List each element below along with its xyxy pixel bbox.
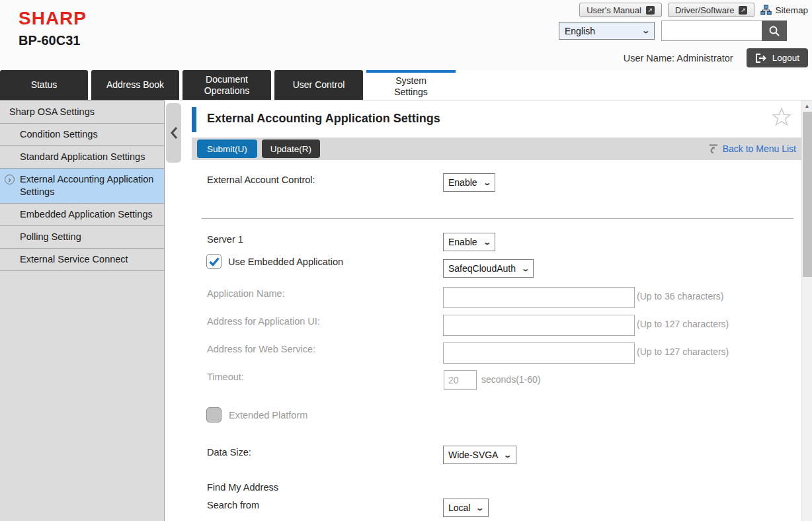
settings-sidebar: Sharp OSA Settings Condition Settings St… xyxy=(0,100,165,521)
sidebar-item-standard-application-settings[interactable]: Standard Application Settings xyxy=(0,146,164,169)
page-title: External Accounting Application Settings xyxy=(207,112,440,126)
section-divider xyxy=(202,218,793,219)
scrollbar-thumb[interactable] xyxy=(803,112,812,277)
sidebar-item-condition-settings[interactable]: Condition Settings xyxy=(0,124,164,146)
address-for-application-ui-label: Address for Application UI: xyxy=(207,316,320,327)
title-band: External Accounting Application Settings xyxy=(192,100,801,138)
update-button[interactable]: Update(R) xyxy=(262,140,320,158)
chevron-left-icon xyxy=(170,126,178,140)
device-model: BP-60C31 xyxy=(19,33,80,48)
select-value: SafeqCloudAuth xyxy=(448,263,516,274)
language-select[interactable]: English ⌄ xyxy=(559,22,655,40)
server1-select[interactable]: Enable ⌄ xyxy=(443,233,495,251)
page-header: SHARP BP-60C31 User's Manual ↗ Driver/So… xyxy=(0,0,812,70)
sidebar-collapse-button[interactable] xyxy=(166,103,181,163)
timeout-label: Timeout: xyxy=(207,372,244,382)
select-value: Wide-SVGA xyxy=(448,450,498,460)
main-tab-bar: Status Address Book Document Operations … xyxy=(0,70,812,100)
current-item-arrow-icon: › xyxy=(5,175,15,184)
submit-button[interactable]: Submit(U) xyxy=(197,140,257,158)
vertical-scrollbar[interactable]: ▲ xyxy=(801,100,812,521)
external-link-icon: ↗ xyxy=(646,6,655,15)
extended-platform-label: Extended Platform xyxy=(229,410,307,421)
data-size-select[interactable]: Wide-SVGA ⌄ xyxy=(443,446,516,464)
select-value: Local xyxy=(448,502,470,513)
tab-document-operations[interactable]: Document Operations xyxy=(183,70,271,100)
sidebar-item-polling-setting[interactable]: Polling Setting xyxy=(0,226,164,249)
sidebar-item-label: External Accounting Application Settings xyxy=(20,174,153,197)
address-for-web-service-hint: (Up to 127 characters) xyxy=(637,346,729,357)
chevron-down-icon: ⌄ xyxy=(476,504,485,512)
logout-label: Logout xyxy=(772,53,799,63)
external-account-control-select[interactable]: Enable ⌄ xyxy=(443,173,495,192)
checkmark-icon xyxy=(209,257,220,266)
application-name-input[interactable] xyxy=(443,287,635,308)
tab-status[interactable]: Status xyxy=(0,70,88,100)
chevron-down-icon: ⌄ xyxy=(483,238,491,247)
server1-label: Server 1 xyxy=(207,234,243,245)
sidebar-item-embedded-application-settings[interactable]: Embedded Application Settings xyxy=(0,204,164,226)
chevron-down-icon: ⌄ xyxy=(521,264,530,273)
back-to-menu-label: Back to Menu List xyxy=(723,143,796,154)
tab-address-book[interactable]: Address Book xyxy=(91,70,179,100)
sidebar-item-external-accounting-application-settings[interactable]: › External Accounting Application Settin… xyxy=(0,169,164,204)
chevron-down-icon: ⌄ xyxy=(483,179,491,187)
data-size-label: Data Size: xyxy=(207,447,251,458)
sitemap-label: Sitemap xyxy=(775,5,808,15)
action-toolbar: Submit(U) Update(R) Back to Menu List xyxy=(192,138,801,160)
favorite-star-icon[interactable] xyxy=(771,106,792,128)
sidebar-item-sharp-osa-settings[interactable]: Sharp OSA Settings xyxy=(0,101,164,124)
application-name-hint: (Up to 36 characters) xyxy=(637,291,724,301)
driver-software-label: Driver/Software xyxy=(675,5,735,15)
chevron-down-icon: ⌄ xyxy=(641,26,650,35)
select-value: Enable xyxy=(448,237,477,247)
timeout-unit-label: seconds(1-60) xyxy=(481,374,541,385)
search-icon xyxy=(768,25,780,37)
address-for-web-service-label: Address for Web Service: xyxy=(207,344,315,354)
use-embedded-application-checkbox[interactable] xyxy=(206,254,222,269)
sharp-logo: SHARP xyxy=(19,8,87,29)
user-row: User Name: Administrator Logout xyxy=(624,48,810,67)
main-content: External Accounting Application Settings… xyxy=(192,100,801,521)
search-input[interactable] xyxy=(661,20,762,41)
language-search-row: English ⌄ xyxy=(559,20,787,41)
search-from-select[interactable]: Local ⌄ xyxy=(443,499,489,517)
return-up-icon xyxy=(708,143,719,154)
back-to-menu-link[interactable]: Back to Menu List xyxy=(708,143,796,154)
external-link-icon: ↗ xyxy=(739,6,747,15)
address-for-web-service-input[interactable] xyxy=(443,342,635,364)
logout-button[interactable]: Logout xyxy=(747,48,808,67)
find-my-address-label: Find My Address xyxy=(207,482,278,493)
users-manual-label: User's Manual xyxy=(587,5,641,15)
timeout-input[interactable] xyxy=(444,370,477,390)
embedded-application-select[interactable]: SafeqCloudAuth ⌄ xyxy=(443,259,534,278)
search-from-label: Search from xyxy=(207,500,259,510)
scroll-up-arrow-icon[interactable]: ▲ xyxy=(802,100,812,112)
sitemap-icon xyxy=(760,5,772,15)
user-name-label: User Name: Administrator xyxy=(624,53,733,63)
tab-system-settings[interactable]: System Settings xyxy=(366,70,456,100)
address-for-application-ui-hint: (Up to 127 characters) xyxy=(637,319,729,329)
title-accent-bar xyxy=(192,107,196,132)
external-account-control-label: External Account Control: xyxy=(207,175,315,185)
chevron-down-icon: ⌄ xyxy=(504,451,512,460)
select-value: Enable xyxy=(448,177,477,188)
sidebar-item-external-service-connect[interactable]: External Service Connect xyxy=(0,249,164,271)
top-links: User's Manual ↗ Driver/Software ↗ Sitema… xyxy=(579,3,808,17)
language-selected-value: English xyxy=(565,26,595,36)
driver-software-button[interactable]: Driver/Software ↗ xyxy=(668,3,755,17)
settings-form: External Account Control: Enable ⌄ Serve… xyxy=(192,160,801,521)
address-for-application-ui-input[interactable] xyxy=(443,315,635,336)
logout-icon xyxy=(755,53,767,63)
users-manual-button[interactable]: User's Manual ↗ xyxy=(579,3,662,17)
tab-user-control[interactable]: User Control xyxy=(274,70,363,100)
sitemap-link[interactable]: Sitemap xyxy=(760,5,808,15)
use-embedded-application-label: Use Embedded Application xyxy=(228,257,343,267)
application-name-label: Application Name: xyxy=(207,288,285,299)
search-button[interactable] xyxy=(762,20,787,41)
extended-platform-checkbox[interactable] xyxy=(206,407,222,422)
